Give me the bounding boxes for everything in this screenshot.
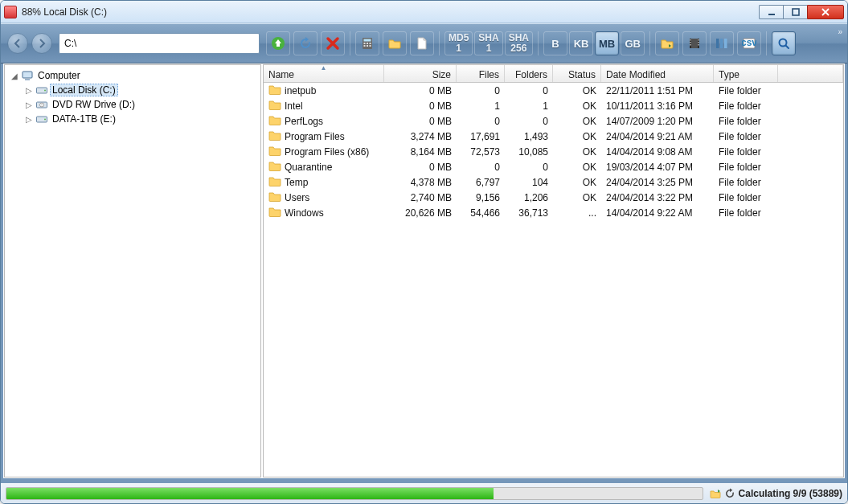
tree-item[interactable]: ▷DVD RW Drive (D:) [6,97,259,112]
open-folder-button[interactable] [383,31,407,55]
col-type[interactable]: Type [714,65,778,82]
svg-rect-20 [716,39,719,48]
app-window: 88% Local Disk (C:) MD51SHA1SHA256 BKBMB… [0,0,848,504]
tree-root-computer[interactable]: ◢ Computer [6,68,259,83]
expand-icon[interactable]: ▷ [24,115,34,124]
svg-rect-0 [768,14,775,15]
tree-item[interactable]: ▷Local Disk (C:) [6,83,259,97]
csv-export-button[interactable]: csv [737,31,761,55]
drive-icon [35,113,48,125]
folder-icon [268,115,281,128]
folder-icon [268,161,281,174]
table-row[interactable]: Temp4,378 MB6,797104OK24/04/2014 3:25 PM… [264,174,843,190]
table-row[interactable]: Intel0 MB11OK10/11/2011 3:16 PMFile fold… [264,98,843,113]
unit-gb-button[interactable]: GB [621,31,645,55]
app-icon [4,6,17,18]
table-row[interactable]: Program Files (x86)8,164 MB72,57310,085O… [264,144,843,159]
search-button[interactable] [772,31,796,55]
minimize-button[interactable] [759,5,783,19]
overflow-chevron-icon[interactable]: » [838,27,842,36]
svg-rect-16 [690,44,691,46]
svg-rect-8 [364,45,366,47]
svg-rect-6 [367,43,368,44]
file-list: Name▲ Size Files Folders Status Date Mod… [263,64,844,477]
unit-kb-button[interactable]: KB [569,31,593,55]
new-file-button[interactable] [410,31,434,55]
folder-sync-icon [710,488,721,499]
drive-icon [35,84,48,96]
table-row[interactable]: Program Files3,274 MB17,6911,493OK24/04/… [264,129,843,144]
calc-button[interactable] [355,31,379,55]
svg-rect-17 [698,39,699,41]
refresh-button[interactable] [293,31,317,55]
nav-back-button[interactable] [7,33,28,54]
folder-icon [268,145,281,158]
col-status[interactable]: Status [553,65,601,82]
svg-rect-7 [370,43,371,44]
computer-icon [21,69,34,82]
folder-icon [268,176,281,189]
hash-sha1-button[interactable]: SHA1 [474,31,502,55]
expand-icon[interactable]: ▷ [24,86,34,95]
col-size[interactable]: Size [384,65,457,82]
up-button[interactable] [266,31,290,55]
svg-rect-1 [793,9,799,15]
status-text: Calculating 9/9 (53889) [710,488,842,499]
col-date[interactable]: Date Modified [601,65,714,82]
folder-icon [268,130,281,143]
svg-text:csv: csv [742,37,756,48]
status-bar: Calculating 9/9 (53889) [1,481,847,503]
table-row[interactable]: Windows20,626 MB54,46636,713...14/04/201… [264,205,843,220]
goto-folder-button[interactable] [655,31,679,55]
column-headers[interactable]: Name▲ Size Files Folders Status Date Mod… [264,65,843,83]
svg-rect-9 [367,45,368,47]
svg-rect-27 [25,79,30,80]
table-row[interactable]: inetpub0 MB00OK22/11/2011 1:51 PMFile fo… [264,83,843,98]
col-files[interactable]: Files [457,65,505,82]
hash-sha256-button[interactable]: SHA256 [505,31,533,55]
table-row[interactable]: Users2,740 MB9,1561,206OK24/04/2014 3:22… [264,190,843,205]
tree-item[interactable]: ▷DATA-1TB (E:) [6,112,259,126]
folder-icon [268,191,281,204]
svg-rect-14 [690,39,691,41]
svg-rect-26 [23,72,32,78]
toolbar: MD51SHA1SHA256 BKBMBGB csv » [1,23,847,64]
expand-icon[interactable]: ▷ [24,100,34,109]
svg-rect-18 [698,42,699,43]
svg-rect-4 [364,39,371,42]
progress-bar [6,487,703,500]
svg-rect-15 [690,42,691,43]
drive-icon [35,98,48,111]
svg-rect-10 [370,45,371,47]
svg-point-32 [41,104,42,105]
refresh-icon [724,488,735,499]
svg-rect-5 [364,43,366,44]
hash-md51-button[interactable]: MD51 [444,31,473,55]
maximize-button[interactable] [783,5,807,19]
close-button[interactable] [807,5,844,19]
address-bar[interactable] [59,33,260,54]
svg-rect-21 [720,39,723,48]
delete-button[interactable] [321,31,345,55]
svg-point-34 [44,119,46,121]
unit-b-button[interactable]: B [543,31,567,55]
folder-icon [268,207,281,219]
folder-icon [268,100,281,113]
collapse-icon[interactable]: ◢ [10,72,19,80]
col-name[interactable]: Name▲ [264,65,384,82]
titlebar[interactable]: 88% Local Disk (C:) [1,1,847,23]
table-row[interactable]: PerfLogs0 MB00OK14/07/2009 1:20 PMFile f… [264,113,843,129]
nav-forward-button[interactable] [31,33,52,54]
film-button[interactable] [682,31,707,55]
address-input[interactable] [64,38,254,49]
table-row[interactable]: Quarantine0 MB00OK19/03/2014 4:07 PMFile… [264,159,843,174]
svg-rect-22 [724,39,727,48]
unit-mb-button[interactable]: MB [595,31,619,55]
columns-button[interactable] [710,31,734,55]
window-title: 88% Local Disk (C:) [22,6,759,18]
sort-asc-icon: ▲ [321,64,327,72]
svg-rect-19 [698,44,699,46]
file-rows[interactable]: inetpub0 MB00OK22/11/2011 1:51 PMFile fo… [264,83,843,477]
folder-tree[interactable]: ◢ Computer ▷Local Disk (C:)▷DVD RW Drive… [4,64,261,477]
col-folders[interactable]: Folders [505,65,553,82]
